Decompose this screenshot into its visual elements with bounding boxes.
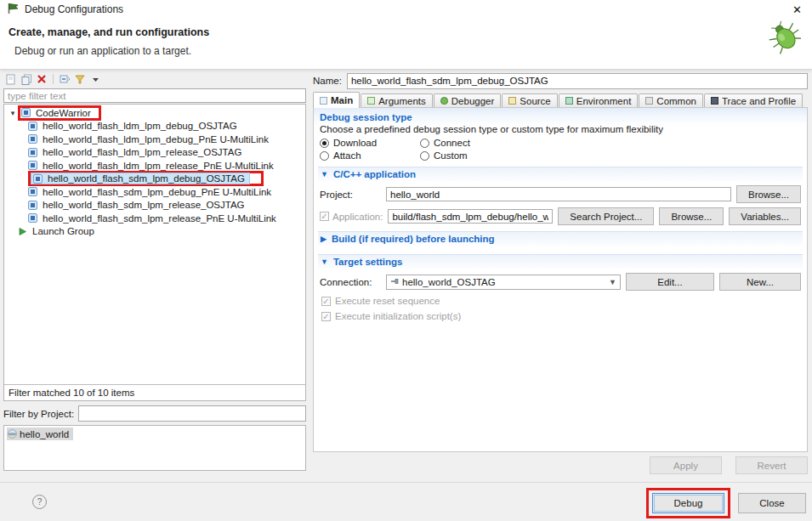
application-row: ✓ Application: Search Project... Browse.… xyxy=(320,207,801,225)
codewarrior-config-icon xyxy=(28,201,37,210)
main-tab-icon xyxy=(320,97,327,105)
project-input[interactable] xyxy=(386,187,731,201)
tree-item: Launch Group xyxy=(18,226,97,236)
checkbox-execute-reset-sequence: ✓Execute reset sequence xyxy=(321,296,803,306)
title-bar: Debug Configurations ✕ xyxy=(0,0,812,19)
tab-source[interactable]: Source xyxy=(502,93,557,107)
radio-label: Attach xyxy=(333,150,361,161)
tree-row[interactable]: Launch Group xyxy=(4,225,305,239)
radio-connect[interactable]: Connect xyxy=(420,138,803,148)
debugger-icon xyxy=(440,97,448,105)
revert-button[interactable]: Revert xyxy=(735,456,808,474)
configurations-sidebar: ▾CodeWarriorhello_world_flash_ldm_lpm_de… xyxy=(3,71,306,471)
application-label: ✓ Application: xyxy=(320,212,383,222)
tab-label: Main xyxy=(331,95,353,105)
debug-button[interactable]: Debug xyxy=(652,493,724,513)
collapse-all-icon[interactable] xyxy=(59,73,71,85)
main-tab-panel: Debug session type Choose a predefined d… xyxy=(313,107,808,452)
target-settings-checkboxes: ✓Execute reset sequence✓Execute initiali… xyxy=(318,296,803,321)
bug-icon xyxy=(767,20,801,58)
radio-download[interactable]: Download xyxy=(320,138,420,148)
close-icon[interactable]: ✕ xyxy=(789,3,805,16)
tree-row[interactable]: hello_world_flash_ldm_lpm_release_OSJTAG xyxy=(4,146,305,160)
name-input[interactable] xyxy=(347,73,808,89)
tree-row[interactable]: ▾CodeWarrior xyxy=(4,106,305,120)
action-buttons: Debug Close xyxy=(646,488,806,518)
menu-dropdown-icon[interactable] xyxy=(89,73,101,85)
build-section-heading: Build (if required) before launching xyxy=(332,234,495,244)
edit-connection-button[interactable]: Edit... xyxy=(626,273,714,291)
application-checkbox[interactable]: ✓ xyxy=(320,212,329,221)
tree-item-content: hello_world_flash_ldm_lpm_release_OSJTAG xyxy=(28,147,244,157)
tree-item-content: hello_world_flash_sdm_lpm_debug_PnE U-Mu… xyxy=(28,187,274,197)
radio-custom[interactable]: Custom xyxy=(420,150,803,161)
tab-debugger[interactable]: Debugger xyxy=(434,93,502,107)
codewarrior-config-icon xyxy=(28,213,37,223)
tree-row[interactable]: hello_world_flash_ldm_lpm_debug_OSJTAG xyxy=(4,120,305,133)
page-subtitle: Debug or run an application to a target. xyxy=(14,45,812,57)
new-configuration-icon[interactable] xyxy=(5,73,17,85)
section-cpp-application[interactable]: ▼ C/C++ application xyxy=(318,167,803,181)
filter-by-project-input[interactable] xyxy=(78,405,306,422)
section-target-settings[interactable]: ▼ Target settings xyxy=(318,254,803,269)
tree-row[interactable]: hello_world_flash_sdm_lpm_release_PnE U-… xyxy=(4,212,305,225)
filter-by-project-row: Filter by Project: xyxy=(3,405,306,422)
help-icon[interactable]: ? xyxy=(32,495,47,509)
new-connection-button[interactable]: New... xyxy=(719,273,801,291)
tree-item: hello_world_flash_ldm_lpm_debug_OSJTAG xyxy=(28,121,240,131)
tree-item-label: hello_world_flash_ldm_lpm_debug_OSJTAG xyxy=(40,121,240,131)
radio-button-icon xyxy=(320,139,329,148)
project-list-item[interactable]: hello_world xyxy=(7,428,73,440)
filter-input[interactable] xyxy=(3,88,306,103)
dialog-header: Create, manage, and run configurations D… xyxy=(0,19,812,70)
codewarrior-config-icon xyxy=(28,161,37,170)
common-icon xyxy=(645,97,653,105)
tab-main[interactable]: Main xyxy=(313,92,360,108)
close-button[interactable]: Close xyxy=(738,493,806,513)
radio-attach[interactable]: Attach xyxy=(320,150,420,161)
dialog-button-bar: ? Debug Close xyxy=(0,482,812,521)
filter-icon[interactable] xyxy=(74,73,86,85)
radio-label: Connect xyxy=(434,138,470,148)
search-project-button[interactable]: Search Project... xyxy=(558,207,654,225)
tab-trace-and-profile[interactable]: Trace and Profile xyxy=(704,93,803,107)
connection-select[interactable]: hello_world_OSJTAG ▼ xyxy=(386,275,621,290)
tree-item-content: hello_world_flash_ldm_lpm_debug_PnE U-Mu… xyxy=(28,134,271,144)
apply-button[interactable]: Apply xyxy=(650,456,722,474)
tree-item-label: hello_world_flash_sdm_lpm_debug_PnE U-Mu… xyxy=(40,187,274,197)
tree-item-label: hello_world_flash_ldm_lpm_release_PnE U-… xyxy=(40,161,276,171)
delete-icon[interactable] xyxy=(36,73,48,85)
tree-row[interactable]: hello_world_flash_sdm_lpm_release_OSJTAG xyxy=(4,199,305,212)
application-input[interactable] xyxy=(388,209,553,224)
tree-item: hello_world_flash_ldm_lpm_debug_PnE U-Mu… xyxy=(28,134,271,144)
tree-row[interactable]: hello_world_flash_sdm_lpm_debug_OSJTAG xyxy=(4,173,305,186)
tree-item-content: Launch Group xyxy=(18,226,97,236)
variables-button[interactable]: Variables... xyxy=(729,207,801,225)
tree-item-content: hello_world_flash_sdm_lpm_release_PnE U-… xyxy=(28,213,279,224)
codewarrior-config-icon xyxy=(28,122,37,131)
twisty-expanded-icon[interactable]: ▾ xyxy=(8,109,18,117)
tree-item-content: hello_world_flash_sdm_lpm_debug_OSJTAG xyxy=(31,173,249,184)
tree-item-content: hello_world_flash_ldm_lpm_debug_OSJTAG xyxy=(28,121,240,131)
application-browse-button[interactable]: Browse... xyxy=(659,207,724,225)
arguments-icon xyxy=(367,97,375,105)
toolbar-separator xyxy=(53,74,54,84)
project-list[interactable]: hello_world xyxy=(3,425,306,471)
tree-row[interactable]: hello_world_flash_ldm_lpm_release_PnE U-… xyxy=(4,159,305,173)
tree-row[interactable]: hello_world_flash_sdm_lpm_debug_PnE U-Mu… xyxy=(4,185,305,199)
tree-item: hello_world_flash_sdm_lpm_debug_PnE U-Mu… xyxy=(28,187,274,197)
section-build-before-launch[interactable]: ▶ Build (if required) before launching xyxy=(318,231,803,246)
tab-label: Arguments xyxy=(378,96,426,106)
filter-matched-status: Filter matched 10 of 10 items xyxy=(4,384,305,400)
project-item-label: hello_world xyxy=(20,429,69,439)
radio-button-icon xyxy=(420,151,429,161)
tree-item: hello_world_flash_ldm_lpm_release_OSJTAG xyxy=(28,147,244,157)
chevron-down-icon: ▼ xyxy=(321,170,328,178)
tab-environment[interactable]: Environment xyxy=(559,93,639,107)
tab-label: Environment xyxy=(576,96,632,106)
tree-row[interactable]: hello_world_flash_ldm_lpm_debug_PnE U-Mu… xyxy=(4,133,305,146)
tab-arguments[interactable]: Arguments xyxy=(361,93,433,107)
tab-common[interactable]: Common xyxy=(639,93,703,107)
duplicate-icon[interactable] xyxy=(20,73,32,85)
project-browse-button[interactable]: Browse... xyxy=(736,185,801,203)
